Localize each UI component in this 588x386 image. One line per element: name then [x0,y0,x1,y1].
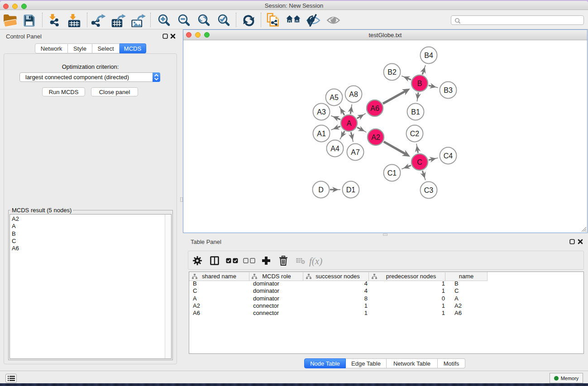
svg-text:C4: C4 [444,152,453,160]
svg-text:A2: A2 [371,133,380,141]
svg-text:A5: A5 [330,94,339,101]
svg-text:B4: B4 [424,52,433,59]
svg-text:B1: B1 [411,108,420,116]
svg-text:C: C [417,158,422,166]
svg-text:C1: C1 [387,169,397,177]
svg-text:B2: B2 [387,68,397,76]
svg-text:B3: B3 [444,86,453,94]
svg-text:D1: D1 [346,186,356,194]
svg-text:A1: A1 [317,130,326,138]
svg-text:A4: A4 [330,145,339,152]
svg-text:A: A [347,119,352,127]
svg-text:A8: A8 [349,91,358,98]
svg-text:A3: A3 [317,108,326,116]
svg-text:D: D [318,186,324,194]
svg-text:A6: A6 [370,105,379,112]
svg-text:C3: C3 [424,186,434,194]
svg-text:A7: A7 [351,148,360,156]
svg-text:B: B [417,80,422,87]
svg-text:C2: C2 [410,130,420,138]
